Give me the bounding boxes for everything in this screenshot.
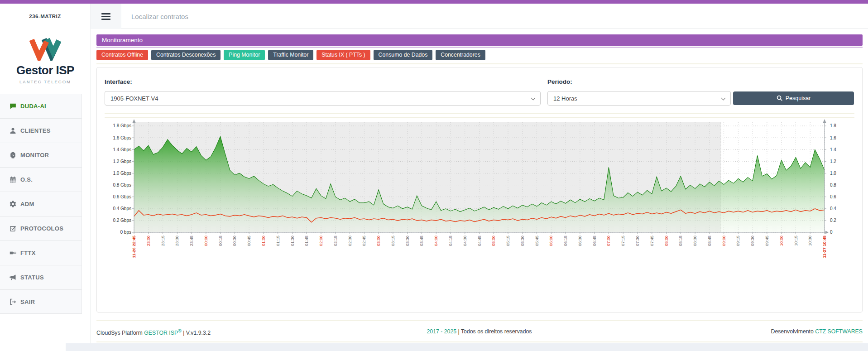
svg-text:11-27 10:45: 11-27 10:45 (822, 236, 827, 258)
svg-text:0.6 Gbps: 0.6 Gbps (113, 194, 131, 199)
svg-text:0.8 Gbps: 0.8 Gbps (113, 183, 131, 188)
search-submit-button[interactable]: Pesquisar (733, 91, 854, 105)
svg-text:07:15: 07:15 (621, 236, 625, 246)
svg-text:0.8: 0.8 (830, 183, 836, 188)
svg-text:10:15: 10:15 (794, 236, 798, 246)
sidebar-item-monitor[interactable]: MONITOR (0, 143, 82, 167)
footer-developer: Desenvolvimento CTZ SOFTWARES (771, 328, 863, 335)
logo-title: Gestor ISP (0, 63, 91, 77)
logout-icon (9, 298, 17, 306)
svg-text:23:15: 23:15 (161, 236, 165, 246)
branch-name: 236-MATRIZ (0, 4, 91, 29)
sidebar-item-label: PROTOCOLOS (20, 225, 63, 232)
sidebar-item-label: STATUS (20, 274, 44, 281)
menu-toggle-button[interactable] (91, 4, 121, 29)
svg-text:1.2: 1.2 (830, 159, 836, 164)
sidebar-item-fttx[interactable]: FTTX (0, 240, 82, 265)
svg-text:09:00: 09:00 (722, 236, 726, 246)
svg-text:06:00: 06:00 (549, 236, 553, 246)
sidebar-item-label: ADM (20, 201, 34, 207)
svg-text:08:30: 08:30 (693, 236, 697, 246)
traffic-monitor-button[interactable]: Traffic Monitor (268, 50, 313, 60)
svg-text:0.4: 0.4 (830, 206, 836, 211)
calendar-icon (9, 176, 17, 183)
divider (105, 113, 854, 114)
interface-select[interactable]: 1905-FOXNET-V4 (105, 91, 541, 106)
contratos-offline-button[interactable]: Contratos Offline (96, 50, 148, 60)
status-ix-ptts-button[interactable]: Status IX ( PTTs ) (317, 50, 370, 60)
svg-text:1.0: 1.0 (830, 171, 836, 176)
consumo-de-dados-button[interactable]: Consumo de Dados (374, 50, 433, 60)
sidebar-item-duda-ai[interactable]: DUDA-AI (0, 94, 82, 118)
svg-text:0: 0 (830, 230, 833, 235)
chevron-down-icon (721, 96, 726, 101)
period-label: Período: (547, 78, 572, 85)
svg-text:08:15: 08:15 (678, 236, 683, 246)
svg-text:1.8 Gbps: 1.8 Gbps (113, 123, 131, 128)
svg-text:0.2: 0.2 (830, 218, 836, 223)
section-header-underline (96, 47, 863, 48)
sidebar-item-label: MONITOR (20, 152, 49, 159)
search-icon (777, 95, 783, 101)
sidebar-item-os[interactable]: O.S. (0, 167, 82, 192)
divider (96, 63, 863, 64)
app-root: 236-MATRIZ Gestor ISP LANTEC TELECOM DUD… (0, 0, 868, 351)
user-icon (9, 127, 17, 135)
svg-text:10:30: 10:30 (808, 236, 812, 246)
svg-text:03:00: 03:00 (376, 236, 381, 246)
svg-text:00:00: 00:00 (204, 236, 208, 246)
ping-monitor-button[interactable]: Ping Monitor (224, 50, 265, 60)
svg-text:0.2 Gbps: 0.2 Gbps (113, 218, 131, 223)
search-input[interactable] (130, 6, 456, 26)
svg-text:00:30: 00:30 (232, 236, 237, 246)
sidebar-item-clientes[interactable]: CLIENTES (0, 118, 82, 143)
traffic-chart: 1.8 Gbps1.6 Gbps1.4 Gbps1.2 Gbps1.0 Gbps… (111, 119, 847, 269)
interface-label: Interface: (105, 78, 132, 85)
sidebar-item-adm[interactable]: ADM (0, 192, 82, 216)
sidebar-item-label: CLIENTES (20, 127, 51, 134)
svg-text:05:15: 05:15 (506, 236, 510, 246)
svg-text:05:00: 05:00 (491, 236, 496, 246)
connector-icon (9, 249, 17, 257)
sidebar-item-label: DUDA-AI (20, 103, 46, 110)
bottom-band (66, 343, 868, 351)
svg-text:01:30: 01:30 (290, 236, 295, 246)
svg-text:03:45: 03:45 (419, 236, 424, 246)
sidebar-item-status[interactable]: STATUS (0, 265, 82, 289)
svg-text:1.6: 1.6 (830, 135, 836, 140)
svg-text:01:00: 01:00 (261, 236, 266, 246)
svg-text:01:45: 01:45 (304, 236, 309, 246)
sidebar-item-label: O.S. (20, 176, 33, 183)
svg-text:05:45: 05:45 (535, 236, 539, 246)
section-header: Monitoramento (96, 34, 863, 46)
sidebar-item-sair[interactable]: SAIR (0, 289, 82, 314)
ctz-softwares-link[interactable]: CTZ SOFTWARES (815, 328, 863, 335)
svg-text:1.4 Gbps: 1.4 Gbps (113, 147, 131, 152)
contratos-desconexoes-button[interactable]: Contratos Desconexões (151, 50, 221, 60)
sidebar-item-label: SAIR (20, 298, 35, 305)
svg-text:0.4 Gbps: 0.4 Gbps (113, 206, 131, 211)
svg-text:02:45: 02:45 (362, 236, 366, 246)
megaphone-icon (9, 274, 17, 281)
svg-text:06:30: 06:30 (578, 236, 582, 246)
svg-text:00:15: 00:15 (218, 236, 223, 246)
logo: Gestor ISP LANTEC TELECOM (0, 37, 91, 84)
svg-text:0.6: 0.6 (830, 194, 836, 199)
svg-text:1.6 Gbps: 1.6 Gbps (113, 135, 131, 140)
check-square-icon (9, 225, 17, 232)
concentradores-button[interactable]: Concentradores (436, 50, 485, 60)
logo-mark-icon (28, 37, 63, 61)
svg-text:07:00: 07:00 (606, 236, 611, 246)
header: 236-MATRIZ (0, 4, 868, 29)
divider (96, 320, 863, 321)
svg-text:23:30: 23:30 (175, 236, 179, 246)
svg-text:1.0 Gbps: 1.0 Gbps (113, 171, 131, 176)
svg-text:07:30: 07:30 (635, 236, 640, 246)
sidebar-item-protocolos[interactable]: PROTOCOLOS (0, 216, 82, 240)
svg-text:06:15: 06:15 (563, 236, 568, 246)
period-select[interactable]: 12 Horas (547, 91, 731, 106)
svg-text:08:45: 08:45 (707, 236, 712, 246)
chevron-down-icon (531, 96, 536, 101)
monitor-buttons: Contratos OfflineContratos DesconexõesPi… (96, 50, 485, 60)
svg-text:09:30: 09:30 (750, 236, 755, 246)
